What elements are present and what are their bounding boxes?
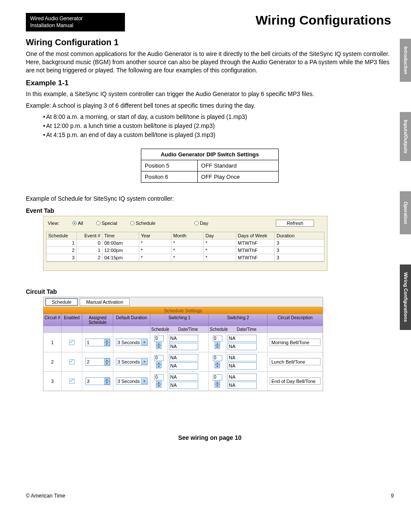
datetime-field[interactable]: NA [169, 382, 198, 389]
circuit-number: 1 [44, 333, 62, 352]
spinner-down-icon[interactable]: ▼ [215, 384, 220, 388]
radio-all[interactable]: All [72, 221, 83, 226]
dip-cell: OFF Play Once [197, 171, 278, 182]
table-row: 2112:00pm***MTWThF3 [47, 247, 324, 254]
side-tab-inputs-outputs: Inputs/Outputs [400, 112, 411, 161]
tab-schedule[interactable]: Schedule [45, 298, 78, 306]
doc-tag-line2: Installation Manual [30, 22, 73, 28]
event-cell: * [204, 247, 236, 254]
spinner-up-icon[interactable]: ▲ [156, 381, 162, 384]
duration-dropdown[interactable]: 3 Seconds▾ [116, 377, 148, 385]
datetime-field[interactable]: NA [227, 343, 257, 350]
event-cell: 12:00pm [103, 247, 139, 254]
doc-tag-line1: Wired Audio Generator [30, 16, 83, 22]
datetime-field[interactable]: NA [169, 373, 198, 381]
circuit-header: Switching 2 [209, 314, 268, 326]
event-header: Year [139, 232, 171, 239]
duration-dropdown[interactable]: 3 Seconds▾ [116, 339, 148, 346]
spinner-up-icon[interactable]: ▲ [215, 342, 220, 345]
switching-number-input[interactable]: 0 [154, 355, 164, 361]
duration-dropdown[interactable]: 3 Seconds▾ [116, 358, 148, 365]
spinner-down-icon[interactable]: ▼ [215, 365, 220, 368]
enabled-checkbox[interactable] [69, 340, 75, 345]
spinner-up-icon[interactable]: ▲ [215, 381, 220, 384]
radio-label: Special [102, 221, 117, 226]
datetime-field[interactable]: NA [227, 382, 257, 389]
event-header: Month [171, 232, 204, 239]
radio-day[interactable]: Day [194, 221, 209, 226]
datetime-field[interactable]: NA [169, 362, 198, 370]
event-cell: 2 [47, 247, 77, 254]
circuit-description-input[interactable]: Morning Bell/Tone [270, 339, 321, 346]
table-row: 3204:15pm***MTWThF3 [47, 254, 324, 261]
event-cell: * [204, 254, 236, 261]
page-title: Wiring Configurations [125, 13, 391, 28]
datetime-field[interactable]: NA [227, 373, 257, 381]
spinner-down-icon[interactable]: ▼ [156, 365, 162, 368]
radio-special[interactable]: Special [96, 221, 117, 226]
enabled-checkbox[interactable] [69, 379, 75, 384]
radio-dot-icon [130, 221, 134, 225]
switching-number-input[interactable]: 0 [213, 374, 222, 380]
enabled-checkbox[interactable] [69, 359, 75, 364]
event-cell: MTWThF [236, 254, 275, 261]
refresh-button[interactable]: Refresh [276, 220, 314, 227]
circuit-description-input[interactable]: End of Day Bell/Tone [270, 377, 321, 385]
heading-example-1-1: Example 1-1 [26, 79, 394, 87]
spinner-up-icon[interactable]: ▲ [104, 339, 110, 342]
event-cell: 08:00am [103, 240, 139, 246]
side-tab-wiring-configurations: Wiring Configurations [400, 264, 411, 330]
circuit-header: Default Duration [113, 314, 150, 326]
dip-cell: Position 5 [141, 160, 198, 171]
spinner-down-icon[interactable]: ▼ [156, 384, 162, 388]
chevron-down-icon: ▾ [141, 339, 147, 345]
spinner-input[interactable]: 3▲▼ [85, 377, 110, 385]
bullet-list: At 8:00 a.m. a morning, or start of day,… [43, 113, 394, 138]
list-item: At 4:15 p.m. an end of day a custom bell… [43, 131, 394, 138]
spinner-up-icon[interactable]: ▲ [104, 358, 110, 362]
event-cell: 3 [275, 240, 301, 246]
schedule-caption: Example of Schedule for SiteSync IQ syst… [26, 195, 394, 203]
circuit-tab-panel: Schedule Manual Activation Schedule Sett… [43, 297, 323, 391]
datetime-field[interactable]: NA [169, 343, 198, 350]
circuit-description-input[interactable]: Lunch Bell/Tone [270, 358, 321, 365]
event-cell: * [139, 247, 171, 254]
spinner-up-icon[interactable]: ▲ [156, 361, 162, 365]
radio-schedule[interactable]: Schedule [130, 221, 156, 226]
paragraph-wc1: One of the most common applications for … [26, 50, 394, 75]
event-header: Time [103, 232, 139, 239]
datetime-field[interactable]: NA [227, 335, 257, 342]
circuit-subheader: Date/Time [168, 326, 209, 333]
event-cell: * [139, 254, 171, 261]
circuit-subheader-row: Schedule Date/Time Schedule Date/Time [44, 326, 323, 333]
circuit-number: 3 [44, 372, 62, 391]
switching-number-input[interactable]: 0 [213, 355, 222, 361]
spinner-down-icon[interactable]: ▼ [156, 345, 162, 349]
spinner-down-icon[interactable]: ▼ [104, 362, 110, 365]
spinner-up-icon[interactable]: ▲ [156, 342, 162, 345]
see-wiring-note: See wiring on page 10 [26, 434, 394, 441]
switching-number-input[interactable]: 0 [154, 374, 164, 380]
dip-cell: Positon 6 [141, 171, 198, 182]
spinner-up-icon[interactable]: ▲ [215, 361, 220, 365]
table-row: 11▲▼3 Seconds▾0▲▼NANA0▲▼NANAMorning Bell… [44, 333, 323, 352]
dip-table-title: Audio Generator DIP Switch Settings [141, 149, 279, 160]
datetime-field[interactable]: NA [227, 354, 257, 361]
switching-number-input[interactable]: 0 [213, 336, 222, 342]
tab-manual-activation[interactable]: Manual Activation [80, 298, 130, 306]
spinner-down-icon[interactable]: ▼ [215, 345, 220, 349]
datetime-field[interactable]: NA [169, 354, 198, 361]
spinner-down-icon[interactable]: ▼ [104, 342, 110, 346]
event-cell: 0 [77, 240, 103, 246]
page-number: 9 [391, 493, 394, 499]
datetime-field[interactable]: NA [227, 362, 257, 370]
dip-table: Audio Generator DIP Switch Settings Posi… [141, 149, 279, 183]
event-cell: 3 [275, 254, 301, 261]
spinner-down-icon[interactable]: ▼ [104, 381, 110, 385]
spinner-up-icon[interactable]: ▲ [104, 378, 110, 381]
spinner-input[interactable]: 2▲▼ [85, 358, 110, 366]
datetime-field[interactable]: NA [169, 335, 198, 342]
table-row: 33▲▼3 Seconds▾0▲▼NANA0▲▼NANAEnd of Day B… [44, 371, 323, 391]
switching-number-input[interactable]: 0 [154, 336, 164, 342]
spinner-input[interactable]: 1▲▼ [85, 339, 110, 346]
